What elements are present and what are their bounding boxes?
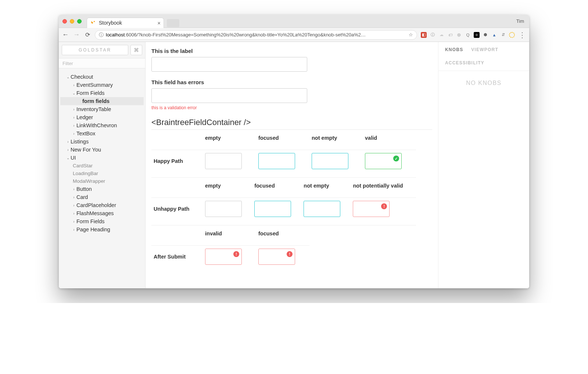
tree-story-formfields[interactable]: form fields (60, 97, 144, 105)
chevron-right-icon: › (71, 124, 76, 128)
tree-folder-card[interactable]: ›Card (60, 193, 144, 201)
extension-icon[interactable]: ☁ (438, 32, 444, 38)
tab-title: Storybook (99, 20, 122, 26)
chevron-down-icon: ⌄ (65, 156, 71, 160)
reload-button[interactable]: ⟳ (84, 31, 91, 38)
shortcuts-button[interactable]: ⌘ (130, 45, 142, 55)
url-text: localhost:6006/?knob-First%20Message=Som… (106, 32, 366, 38)
filter-input[interactable] (59, 58, 145, 68)
site-info-icon[interactable]: ⓘ (99, 32, 104, 38)
extension-icon[interactable]: Q (465, 32, 471, 38)
tree-folder-button[interactable]: ›Button (60, 185, 144, 193)
favicon-icon (91, 20, 96, 25)
browser-toolbar: ← → ⟳ ⓘ localhost:6006/?knob-First%20Mes… (59, 28, 529, 42)
col-header: not empty (309, 130, 363, 150)
text-input[interactable] (151, 57, 307, 72)
chrome-profile-name[interactable]: Tim (516, 18, 526, 24)
tree-folder-textbox[interactable]: ›TextBox (60, 129, 144, 138)
tree-folder-eventsummary[interactable]: ›EventSummary (60, 81, 144, 89)
alert-icon: ! (233, 251, 239, 257)
tree-folder-inventorytable[interactable]: ›InventoryTable (60, 105, 144, 113)
address-bar[interactable]: ⓘ localhost:6006/?knob-First%20Message=S… (95, 30, 417, 40)
addons-tabs: KNOBS VIEWPORT ACCESSIBILITY (438, 42, 529, 65)
story-tree: ⌄Checkout ›EventSummary ⌄Form Fields for… (59, 72, 145, 234)
tree-folder-checkout[interactable]: ⌄Checkout (60, 73, 144, 81)
tree-folder-formfields2[interactable]: ›Form Fields (60, 217, 144, 225)
tree-story-modalwrapper[interactable]: ModalWrapper (60, 177, 144, 185)
new-tab-button[interactable] (167, 19, 179, 27)
addon-tab-accessibility[interactable]: ACCESSIBILITY (445, 60, 484, 65)
alert-icon: ! (287, 251, 293, 257)
browser-tab-active[interactable]: Storybook × (87, 18, 164, 28)
text-input[interactable] (151, 88, 307, 103)
row-name: Unhappy Path (151, 198, 203, 225)
addon-tab-viewport[interactable]: VIEWPORT (471, 47, 498, 52)
window-zoom-button[interactable] (77, 19, 82, 24)
field-label: This field has errors (151, 79, 432, 85)
field-state-notempty[interactable] (312, 153, 348, 169)
tree-folder-listings[interactable]: ›Listings (60, 138, 144, 146)
tree-folder-newforyou[interactable]: ›New For You (60, 146, 144, 154)
chevron-right-icon: › (71, 195, 76, 199)
row-name: Happy Path (151, 150, 203, 178)
col-header: empty (203, 178, 252, 198)
col-header: focused (256, 225, 309, 246)
extension-icon[interactable]: ◎ (456, 32, 462, 38)
field-state-notempty[interactable] (304, 201, 340, 217)
window-close-button[interactable] (62, 19, 67, 24)
state-table-happy: empty focused not empty valid Happy Path… (151, 130, 416, 178)
extension-icon[interactable] (509, 32, 515, 38)
tree-story-loadingbar[interactable]: LoadingBar (60, 170, 144, 177)
storybook-sidebar: GOLDSTAR ⌘ ⌄Checkout ›EventSummary ⌄Form… (59, 42, 146, 288)
field-state-empty[interactable] (205, 201, 242, 217)
col-header: invalid (203, 225, 256, 246)
addon-tab-knobs[interactable]: KNOBS (445, 47, 463, 52)
validation-error-text: this is a validation error (151, 105, 432, 110)
field-state-focused-error[interactable]: ! (258, 249, 295, 265)
extension-icon[interactable]: 🏷 (447, 32, 453, 38)
tree-folder-ui[interactable]: ⌄UI (60, 154, 144, 162)
bookmark-star-icon[interactable]: ☆ (409, 32, 413, 38)
window-minimize-button[interactable] (70, 19, 74, 24)
tree-story-cardstar[interactable]: CardStar (60, 162, 144, 170)
tab-close-icon[interactable]: × (157, 20, 161, 26)
tree-folder-ledger[interactable]: ›Ledger (60, 113, 144, 121)
extension-icons: ◧ ⓘ ☁ 🏷 ◎ Q 0 ⬢ ▲ ⇵ ⋮ (421, 31, 526, 39)
extension-icon[interactable]: ⬢ (483, 32, 488, 38)
field-state-invalid[interactable]: ! (205, 249, 242, 265)
chevron-right-icon: › (65, 140, 71, 144)
state-table-unhappy: empty focused not empty not potentially … (151, 178, 416, 225)
extension-icon[interactable]: ▲ (491, 32, 497, 38)
back-button[interactable]: ← (62, 31, 69, 39)
check-icon: ✓ (393, 156, 399, 161)
extension-icon[interactable]: ◧ (421, 32, 427, 38)
col-header: not potentially valid (351, 178, 416, 198)
chevron-right-icon: › (65, 148, 71, 152)
extension-icon[interactable]: ⇵ (500, 32, 506, 38)
field-state-empty[interactable] (205, 153, 242, 169)
extension-icon[interactable]: ⓘ (430, 32, 435, 38)
field-state-focused[interactable] (258, 153, 295, 169)
field-state-focused[interactable] (254, 201, 291, 217)
section-heading: <BraintreeFieldContainer /> (151, 118, 432, 127)
tree-folder-linkwithchevron[interactable]: ›LinkWithChevron (60, 121, 144, 129)
preview-canvas: This is the label This field has errors … (146, 42, 438, 288)
field-state-notpotentiallyvalid[interactable]: ! (353, 201, 390, 217)
window-controls (62, 19, 82, 24)
col-header: not empty (301, 178, 351, 198)
field-state-valid[interactable]: ✓ (365, 153, 402, 169)
col-header: valid (363, 130, 416, 150)
tree-folder-pageheading[interactable]: ›Page Heading (60, 225, 144, 234)
extension-icon[interactable]: 0 (474, 32, 480, 38)
tree-folder-formfields[interactable]: ⌄Form Fields (60, 89, 144, 97)
col-header: empty (203, 130, 256, 150)
chevron-right-icon: › (71, 203, 76, 207)
chevron-right-icon: › (71, 83, 76, 87)
brand-button[interactable]: GOLDSTAR (62, 45, 128, 55)
no-knobs-text: NO KNOBS (466, 80, 501, 86)
tree-folder-flashmessages[interactable]: ›FlashMessages (60, 209, 144, 217)
browser-titlebar: Storybook × Tim (59, 15, 529, 28)
chrome-menu-icon[interactable]: ⋮ (519, 31, 526, 39)
forward-button: → (73, 31, 80, 39)
tree-folder-cardplaceholder[interactable]: ›CardPlaceholder (60, 201, 144, 209)
